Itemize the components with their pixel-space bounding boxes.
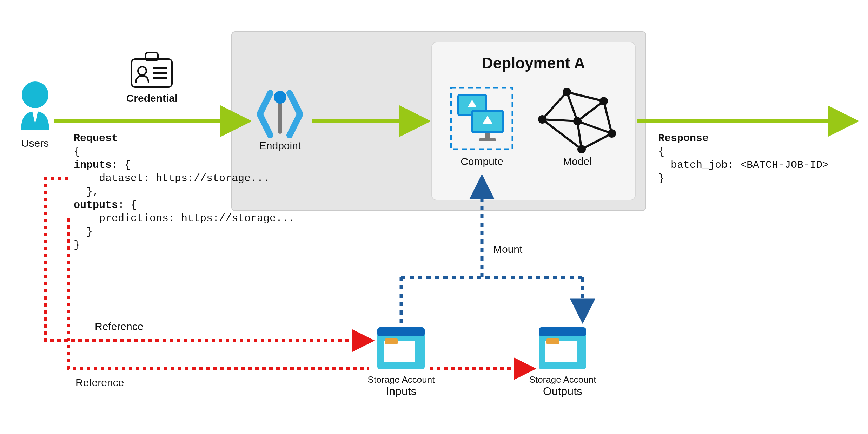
svg-rect-52 — [545, 341, 577, 362]
reference1-label: Reference — [95, 321, 143, 332]
svg-point-40 — [577, 145, 586, 153]
model-label: Model — [563, 156, 592, 167]
storage-inputs-icon — [377, 327, 425, 369]
svg-point-0 — [22, 81, 48, 108]
svg-text:inputs: {: inputs: { — [74, 159, 131, 171]
svg-text:Request: Request — [74, 132, 118, 144]
storage-outputs-label: Storage Account — [529, 374, 597, 385]
svg-text:outputs: {: outputs: { — [74, 199, 137, 211]
svg-point-36 — [538, 115, 546, 124]
svg-rect-51 — [539, 327, 586, 336]
svg-text:}: } — [74, 239, 80, 251]
svg-point-41 — [573, 117, 582, 125]
svg-point-37 — [563, 88, 571, 96]
storage-inputs-sub: Inputs — [386, 385, 416, 397]
svg-rect-47 — [377, 327, 425, 336]
svg-text:},: }, — [74, 186, 99, 198]
svg-rect-48 — [384, 341, 415, 362]
svg-text:Response: Response — [658, 132, 709, 144]
reference2-label: Reference — [75, 377, 124, 388]
storage-outputs-icon — [539, 327, 586, 369]
svg-point-4 — [138, 67, 146, 75]
svg-point-39 — [608, 129, 616, 138]
svg-point-38 — [599, 97, 608, 105]
endpoint-label: Endpoint — [259, 140, 301, 151]
svg-text:batch_job: <BATCH-JOB-ID>: batch_job: <BATCH-JOB-ID> — [658, 159, 829, 171]
svg-text:}: } — [74, 226, 93, 238]
users-label: Users — [21, 137, 49, 149]
svg-rect-24 — [485, 133, 490, 138]
response-block: Response { batch_job: <BATCH-JOB-ID> } — [658, 132, 829, 184]
credential-icon — [132, 53, 172, 87]
svg-text:}: } — [658, 172, 664, 184]
svg-text:predictions: https://storage..: predictions: https://storage... — [74, 212, 295, 224]
svg-rect-49 — [385, 338, 398, 344]
storage-outputs-sub: Outputs — [543, 385, 582, 397]
svg-rect-53 — [546, 338, 559, 344]
credential-label: Credential — [126, 92, 178, 104]
compute-label: Compute — [460, 156, 503, 167]
architecture-diagram: Deployment A Users Credential Request { … — [0, 0, 868, 434]
svg-text:dataset: https://storage...: dataset: https://storage... — [74, 172, 270, 184]
user-icon — [21, 81, 49, 130]
svg-text:{: { — [74, 146, 80, 158]
mount-label: Mount — [493, 243, 523, 255]
svg-rect-25 — [479, 138, 496, 141]
svg-text:{: { — [658, 146, 664, 158]
svg-point-18 — [274, 91, 286, 104]
storage-inputs-label: Storage Account — [368, 374, 435, 385]
deployment-title: Deployment A — [482, 54, 585, 72]
